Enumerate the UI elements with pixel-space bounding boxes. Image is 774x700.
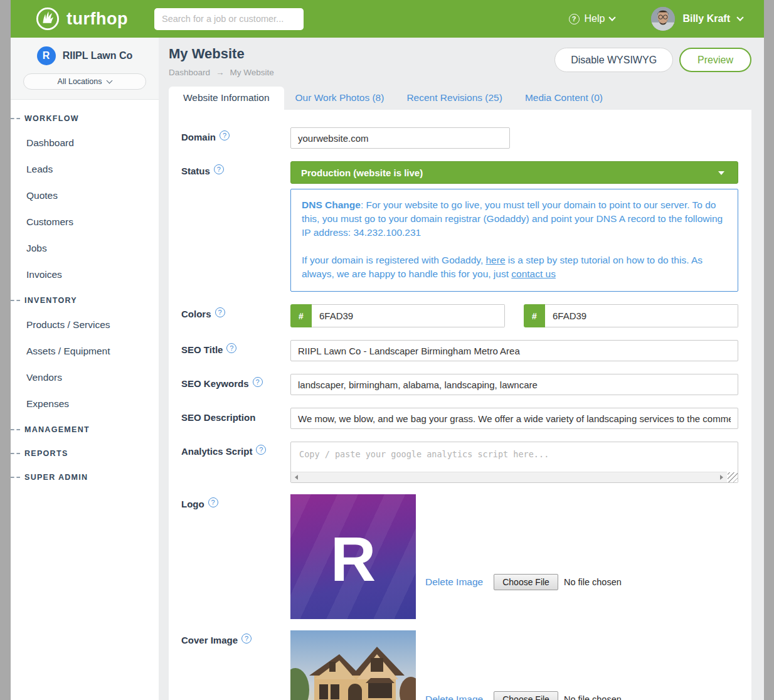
primary-color-input[interactable] — [312, 304, 505, 327]
sidebar-item-assets-equipment[interactable]: Assets / Equipment — [11, 338, 159, 364]
logo-image[interactable]: R — [290, 494, 416, 619]
logo-label: Logo ? — [181, 494, 290, 509]
help-icon[interactable]: ? — [253, 377, 263, 387]
right-scrollbar[interactable] — [764, 0, 774, 700]
primary-color-field: # — [290, 304, 505, 327]
sidebar-item-products-services[interactable]: Products / Services — [11, 312, 159, 338]
global-search-input[interactable] — [154, 8, 304, 30]
help-icon: ? — [569, 14, 580, 24]
dns-tutorial-link[interactable]: here — [486, 255, 506, 265]
cover-image[interactable] — [290, 630, 416, 700]
house-photo-illustration — [290, 630, 416, 700]
user-name: Billy Kraft — [682, 13, 730, 24]
help-icon[interactable]: ? — [226, 343, 236, 353]
brand-name: turfhop — [66, 9, 128, 29]
disable-wysiwyg-button[interactable]: Disable WYSIWYG — [554, 48, 673, 72]
nav-section-super-admin[interactable]: SUPER ADMIN — [11, 466, 159, 489]
logo-choose-file-button[interactable]: Choose File — [494, 574, 558, 590]
company-name: RIIPL Lawn Co — [63, 50, 133, 61]
breadcrumb-dashboard[interactable]: Dashboard — [169, 68, 210, 77]
logo-no-file-text: No file chosen — [564, 577, 622, 587]
website-information-panel: Domain ? Status ? Production ( — [169, 110, 751, 700]
help-icon[interactable]: ? — [241, 634, 252, 644]
scroll-left-icon[interactable] — [295, 475, 298, 480]
location-selector-label: All Locations — [58, 77, 102, 86]
tab-media-content[interactable]: Media Content (0) — [514, 87, 614, 110]
chevron-down-icon — [736, 14, 743, 21]
brand-logo[interactable]: turfhop — [36, 7, 128, 31]
nav-section-reports[interactable]: REPORTS — [11, 442, 159, 465]
cover-no-file-text: No file chosen — [564, 694, 622, 700]
tab-recent-revisions[interactable]: Recent Revisions (25) — [395, 87, 513, 110]
status-label: Status ? — [181, 161, 290, 184]
help-label: Help — [585, 13, 605, 24]
status-selected-value: Production (website is live) — [301, 167, 423, 178]
sidebar-item-expenses[interactable]: Expenses — [11, 391, 159, 417]
colors-label: Colors ? — [181, 304, 290, 327]
resize-grip-icon[interactable] — [728, 472, 738, 482]
sidebar-item-invoices[interactable]: Invoices — [11, 262, 159, 288]
help-icon[interactable]: ? — [220, 130, 230, 141]
chevron-down-icon — [107, 78, 113, 84]
turfhop-grass-icon — [36, 7, 60, 31]
secondary-color-input[interactable] — [545, 304, 738, 327]
scroll-right-icon[interactable] — [720, 475, 723, 480]
help-icon[interactable]: ? — [208, 497, 218, 507]
logo-delete-image-link[interactable]: Delete Image — [425, 576, 483, 588]
nav-section-management[interactable]: MANAGEMENT — [11, 418, 159, 441]
nav-section-inventory[interactable]: INVENTORY — [11, 289, 159, 312]
chevron-down-icon — [609, 14, 616, 21]
section-dash-icon — [11, 300, 20, 301]
company-logo: R — [37, 46, 56, 65]
help-icon[interactable]: ? — [215, 307, 225, 317]
horizontal-scrollbar[interactable] — [291, 472, 727, 482]
caret-down-icon — [718, 171, 724, 175]
tab-website-information[interactable]: Website Information — [169, 87, 284, 110]
help-icon[interactable]: ? — [214, 164, 224, 174]
nav-section-workflow[interactable]: WORKFLOW — [11, 107, 159, 130]
dns-change-notice: DNS Change: For your website to go live,… — [290, 189, 738, 292]
breadcrumb-my-website: My Website — [230, 68, 274, 77]
cover-delete-image-link[interactable]: Delete Image — [425, 694, 483, 700]
help-menu[interactable]: ? Help — [569, 13, 615, 24]
status-select[interactable]: Production (website is live) — [290, 161, 738, 184]
page-title: My Website — [169, 46, 274, 62]
help-icon[interactable]: ? — [256, 445, 266, 455]
dns-notice-title: DNS Change — [302, 199, 361, 210]
seo-description-input[interactable] — [290, 408, 738, 429]
analytics-script-textarea[interactable]: Copy / paste your google analytics scrip… — [290, 442, 738, 483]
top-navbar: turfhop ? Help Billy Kraf — [11, 0, 764, 38]
breadcrumb: Dashboard → My Website — [169, 68, 274, 77]
tab-our-work-photos[interactable]: Our Work Photos (8) — [284, 87, 396, 110]
avatar — [651, 7, 675, 31]
logo-letter: R — [331, 523, 376, 595]
main-content: My Website Dashboard → My Website Disabl… — [159, 38, 764, 700]
section-dash-icon — [11, 453, 20, 454]
hash-prefix: # — [524, 304, 545, 327]
sidebar-item-quotes[interactable]: Quotes — [11, 183, 159, 209]
sidebar-item-vendors[interactable]: Vendors — [11, 364, 159, 391]
section-dash-icon — [11, 477, 20, 478]
contact-us-link[interactable]: contact us — [511, 268, 556, 279]
cover-choose-file-button[interactable]: Choose File — [494, 691, 558, 700]
app-window: turfhop ? Help Billy Kraf — [11, 0, 764, 700]
location-selector[interactable]: All Locations — [23, 73, 146, 90]
sidebar-item-jobs[interactable]: Jobs — [11, 235, 159, 262]
sidebar-nav: WORKFLOW Dashboard Leads Quotes Customer… — [11, 100, 159, 489]
left-gutter — [0, 0, 11, 700]
breadcrumb-arrow-icon: → — [216, 68, 225, 77]
seo-title-input[interactable] — [290, 340, 738, 361]
section-dash-icon — [11, 118, 20, 119]
analytics-placeholder: Copy / paste your google analytics scrip… — [291, 442, 738, 466]
sidebar-item-leads[interactable]: Leads — [11, 156, 159, 183]
seo-keywords-input[interactable] — [290, 374, 738, 395]
domain-input[interactable] — [290, 127, 510, 149]
analytics-script-label: Analytics Script ? — [181, 442, 290, 483]
section-dash-icon — [11, 429, 20, 430]
user-menu[interactable]: Billy Kraft — [651, 7, 743, 31]
hash-prefix: # — [290, 304, 312, 327]
domain-label: Domain ? — [181, 127, 290, 149]
sidebar-item-customers[interactable]: Customers — [11, 209, 159, 235]
sidebar-item-dashboard[interactable]: Dashboard — [11, 130, 159, 156]
preview-button[interactable]: Preview — [679, 48, 751, 72]
